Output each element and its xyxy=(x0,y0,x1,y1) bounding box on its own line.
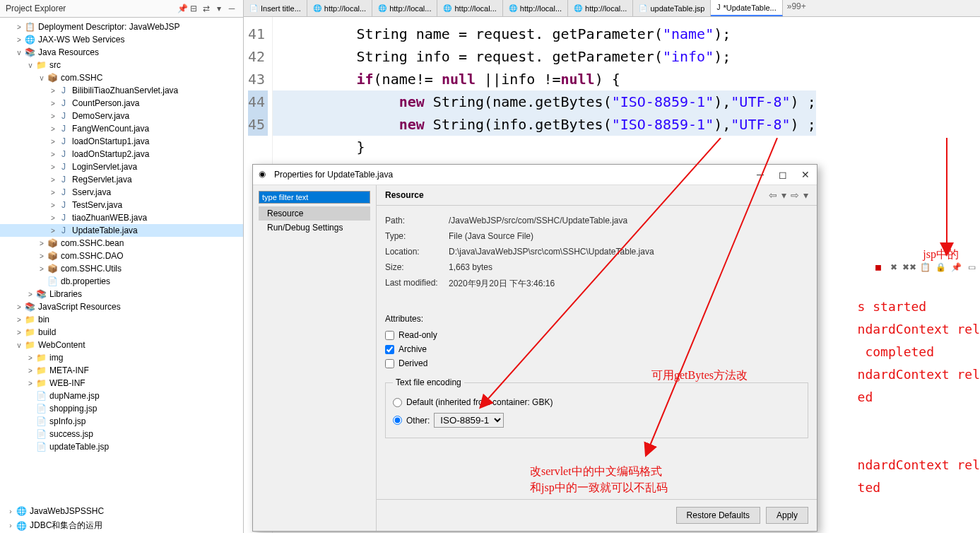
editor-tab[interactable]: 🌐http://local... xyxy=(503,0,568,16)
tree-toggle-icon[interactable]: > xyxy=(25,380,35,387)
dialog-category[interactable]: Resource xyxy=(259,206,370,221)
pin-icon[interactable]: 📌 xyxy=(177,4,188,13)
tree-item[interactable]: >JRegServlet.java xyxy=(0,173,243,186)
editor-tab[interactable]: 📄updateTable.jsp xyxy=(633,0,711,16)
attribute-checkbox[interactable] xyxy=(385,331,394,340)
tree-item[interactable]: 📄shopping.jsp xyxy=(0,402,243,415)
code-line[interactable]: } xyxy=(280,136,816,158)
tree-toggle-icon[interactable]: > xyxy=(25,367,35,375)
attribute-checkbox[interactable] xyxy=(385,345,394,354)
tree-item[interactable]: >📦com.SSHC.bean xyxy=(0,237,243,250)
filter-input[interactable] xyxy=(259,191,370,204)
menu-icon[interactable]: ▾ xyxy=(803,189,808,201)
tree-item[interactable]: >📦com.SSHC.DAO xyxy=(0,250,243,262)
editor-tab[interactable]: 🌐http://local... xyxy=(568,0,633,16)
tree-toggle-icon[interactable]: > xyxy=(48,138,58,146)
tree-toggle-icon[interactable]: > xyxy=(37,265,47,273)
scroll-lock-icon[interactable]: 🔒 xyxy=(935,262,946,273)
tree-item[interactable]: >📁img xyxy=(0,351,243,364)
tree-item[interactable]: >📋Deployment Descriptor: JavaWebJSP xyxy=(0,20,243,33)
tree-item[interactable]: >📁META-INF xyxy=(0,364,243,377)
link-editor-icon[interactable]: ⇄ xyxy=(201,3,212,14)
tree-toggle-icon[interactable]: > xyxy=(14,303,24,311)
encoding-other-radio[interactable] xyxy=(393,416,402,425)
clear-icon[interactable]: 📋 xyxy=(919,262,931,273)
tree-item[interactable]: >JCountPerson.java xyxy=(0,97,243,110)
tree-item[interactable]: >📁WEB-INF xyxy=(0,377,243,390)
tree-toggle-icon[interactable]: > xyxy=(48,100,58,107)
restore-defaults-button[interactable]: Restore Defaults xyxy=(676,507,760,524)
tree-item[interactable]: >📚JavaScript Resources xyxy=(0,300,243,313)
tree-item[interactable]: >JFangWenCount.java xyxy=(0,122,243,135)
forward-arrow-icon[interactable]: ⇨ xyxy=(791,189,799,201)
tree-item[interactable]: >JLoginServlet.java xyxy=(0,160,243,173)
tree-toggle-icon[interactable]: > xyxy=(48,87,58,95)
back-icon[interactable]: ⇦ xyxy=(769,189,777,201)
tree-toggle-icon[interactable]: > xyxy=(48,227,58,235)
project-item[interactable]: ›🌐JavaWebJSPSSHC xyxy=(3,504,107,518)
tree-item[interactable]: >JloadOnStartup1.java xyxy=(0,135,243,148)
close-button[interactable]: ✕ xyxy=(800,169,811,180)
editor-tab[interactable]: 🌐http://local... xyxy=(372,0,437,16)
dialog-category[interactable]: Run/Debug Settings xyxy=(259,221,370,235)
dialog-titlebar[interactable]: ◉ Properties for UpdateTable.java ─ ◻ ✕ xyxy=(253,165,817,185)
tree-item[interactable]: 📄spInfo.jsp xyxy=(0,415,243,428)
project-item[interactable]: ›🌐JDBC和集合的运用 xyxy=(3,518,107,533)
tree-item[interactable]: >JtiaoZhuanWEB.java xyxy=(0,211,243,224)
pin-console-icon[interactable]: 📌 xyxy=(950,262,962,273)
attribute-checkbox[interactable] xyxy=(385,359,394,368)
tree-toggle-icon[interactable]: v xyxy=(25,62,35,69)
tree-item[interactable]: v📁src xyxy=(0,59,243,71)
tree-item[interactable]: >JTestServ.java xyxy=(0,199,243,211)
minimize-button[interactable]: ─ xyxy=(755,169,766,180)
tree-item[interactable]: >📚Libraries xyxy=(0,288,243,300)
tree-toggle-icon[interactable]: v xyxy=(14,341,24,349)
tree-item[interactable]: >JloadOnStartup2.java xyxy=(0,148,243,160)
project-tree[interactable]: >📋Deployment Descriptor: JavaWebJSP>🌐JAX… xyxy=(0,18,243,533)
tree-toggle-icon[interactable]: > xyxy=(25,354,35,362)
tree-item[interactable]: v📁WebContent xyxy=(0,339,243,351)
tree-item[interactable]: 📄updateTable.jsp xyxy=(0,440,243,453)
display-icon[interactable]: ▭ xyxy=(966,262,977,273)
remove-all-icon[interactable]: ✖✖ xyxy=(904,262,915,273)
code-line[interactable]: if(name!= null ||info !=null) { xyxy=(280,68,816,90)
encoding-select[interactable]: ISO-8859-1 xyxy=(434,413,504,428)
code-line[interactable]: String info = request. getParameter("inf… xyxy=(280,45,816,68)
tree-toggle-icon[interactable]: > xyxy=(37,240,47,247)
tree-item[interactable]: >JUpdateTable.java xyxy=(0,224,243,237)
tree-toggle-icon[interactable]: > xyxy=(14,329,24,336)
tree-item[interactable]: >📁bin xyxy=(0,313,243,326)
apply-button[interactable]: Apply xyxy=(766,507,808,524)
tree-toggle-icon[interactable]: > xyxy=(48,176,58,184)
tree-item[interactable]: >📦com.SSHC.Utils xyxy=(0,262,243,275)
tree-item[interactable]: >JSserv.java xyxy=(0,186,243,199)
encoding-default-radio[interactable] xyxy=(393,398,402,407)
tree-item[interactable]: >📁build xyxy=(0,326,243,339)
minimize-icon[interactable]: ─ xyxy=(226,3,237,14)
tree-toggle-icon[interactable]: > xyxy=(25,291,35,298)
tree-item[interactable]: 📄db.properties xyxy=(0,275,243,288)
tree-toggle-icon[interactable]: > xyxy=(48,125,58,133)
collapse-all-icon[interactable]: ⊟ xyxy=(188,3,199,14)
terminate-icon[interactable]: ◼ xyxy=(873,262,884,273)
editor-tab[interactable]: 📄Insert title... xyxy=(244,0,307,16)
tree-item[interactable]: v📦com.SSHC xyxy=(0,71,243,84)
tree-item[interactable]: v📚Java Resources xyxy=(0,46,243,59)
tree-item[interactable]: >🌐JAX-WS Web Services xyxy=(0,33,243,46)
view-menu-icon[interactable]: ▾ xyxy=(213,3,225,14)
tree-toggle-icon[interactable]: v xyxy=(14,49,24,57)
tree-toggle-icon[interactable]: > xyxy=(48,163,58,171)
tree-item[interactable]: 📄dupName.jsp xyxy=(0,390,243,402)
tree-item[interactable]: >JDemoServ.java xyxy=(0,110,243,122)
tree-toggle-icon[interactable]: > xyxy=(14,36,24,44)
tree-item[interactable]: 📄success.jsp xyxy=(0,428,243,440)
tree-toggle-icon[interactable]: > xyxy=(14,316,24,324)
code-line[interactable]: new String(info.getBytes("ISO-8859-1"),"… xyxy=(273,113,816,136)
tree-toggle-icon[interactable]: > xyxy=(48,201,58,209)
dialog-category-tree[interactable]: ResourceRun/Debug Settings xyxy=(259,206,370,235)
editor-tab[interactable]: 🌐http://local... xyxy=(437,0,502,16)
tree-toggle-icon[interactable]: > xyxy=(48,189,58,197)
tree-item[interactable]: >JBilibiliTiaoZhuanServlet.java xyxy=(0,84,243,97)
tree-toggle-icon[interactable]: > xyxy=(14,23,24,31)
editor-tab[interactable]: 🌐http://local... xyxy=(307,0,372,16)
